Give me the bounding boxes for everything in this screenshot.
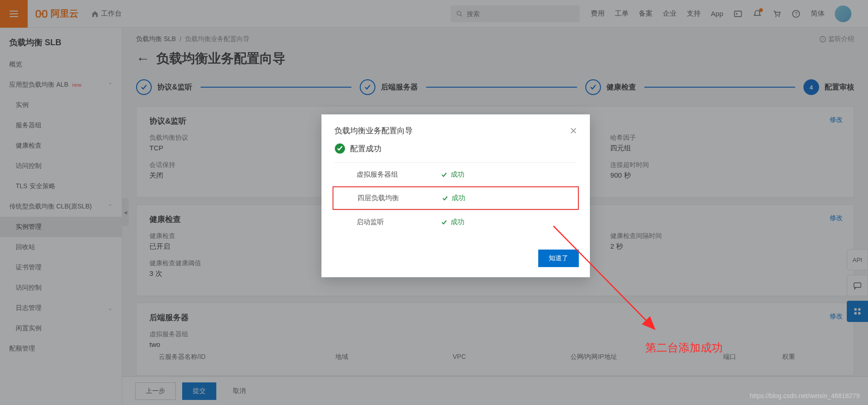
success-check-icon [334, 143, 345, 154]
success-heading: 配置成功 [334, 143, 577, 159]
status-row: 虚拟服务器组 成功 [334, 162, 577, 186]
config-success-modal: 负载均衡业务配置向导 × 配置成功 虚拟服务器组 成功四层负载均衡 成功启动监听… [321, 114, 590, 277]
status-row: 启动监听 成功 [334, 210, 577, 234]
modal-close-button[interactable]: × [570, 125, 577, 137]
modal-title: 负载均衡业务配置向导 [334, 125, 413, 136]
status-row: 四层负载均衡 成功 [333, 186, 579, 210]
watermark: https://blog.csdn.net/weixin_46818279 [750, 392, 860, 399]
modal-ok-button[interactable]: 知道了 [538, 250, 579, 267]
